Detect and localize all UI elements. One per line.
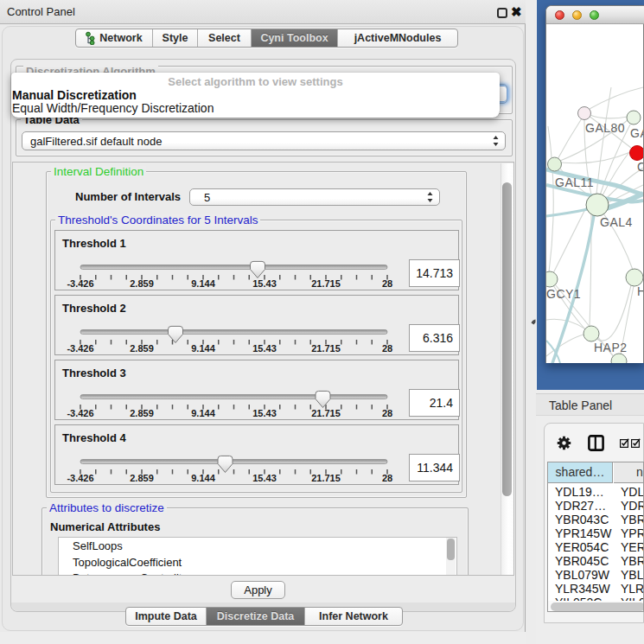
svg-text:21.715: 21.715 [311, 278, 341, 289]
svg-text:-3.426: -3.426 [67, 473, 93, 483]
svg-text:15.43: 15.43 [252, 473, 277, 483]
svg-text:2.859: 2.859 [130, 473, 154, 483]
svg-text:9.144: 9.144 [191, 343, 215, 354]
svg-text:GAL80: GAL80 [585, 121, 625, 135]
svg-text:GA: GA [630, 126, 643, 140]
svg-text:2.859: 2.859 [130, 278, 154, 289]
svg-text:15.43: 15.43 [252, 278, 277, 289]
svg-text:28: 28 [382, 408, 392, 418]
svg-text:21.715: 21.715 [311, 473, 341, 483]
svg-text:15.43: 15.43 [252, 408, 277, 418]
svg-text:GAL11: GAL11 [555, 175, 594, 189]
svg-text:2.859: 2.859 [130, 343, 154, 354]
svg-text:9.144: 9.144 [191, 408, 215, 418]
svg-text:C: C [637, 160, 643, 174]
svg-text:-3.426: -3.426 [67, 343, 93, 354]
svg-text:9.144: 9.144 [191, 278, 215, 289]
svg-text:2.859: 2.859 [130, 408, 154, 418]
svg-text:GAL4: GAL4 [600, 215, 633, 229]
svg-text:21.715: 21.715 [311, 343, 341, 354]
svg-text:28: 28 [382, 343, 392, 354]
svg-text:28: 28 [382, 278, 392, 289]
svg-text:GCY1: GCY1 [546, 287, 581, 301]
svg-text:-3.426: -3.426 [67, 408, 93, 418]
svg-text:28: 28 [382, 473, 392, 483]
svg-text:HAP2: HAP2 [594, 341, 628, 354]
svg-text:9.144: 9.144 [191, 473, 215, 483]
svg-text:HA: HA [637, 284, 643, 298]
svg-text:-3.426: -3.426 [67, 278, 93, 289]
svg-text:15.43: 15.43 [252, 343, 277, 354]
svg-text:21.715: 21.715 [311, 408, 341, 418]
